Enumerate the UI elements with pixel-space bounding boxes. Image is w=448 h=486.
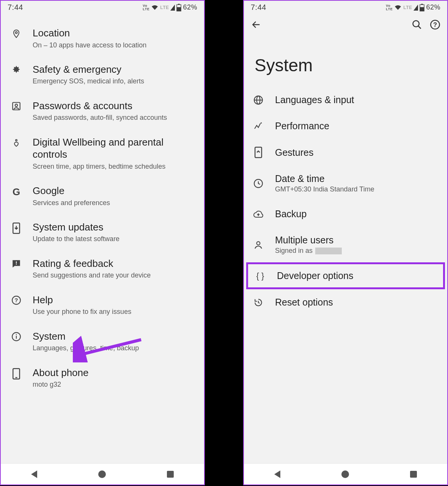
- item-title: Help: [33, 294, 196, 306]
- item-title: About phone: [33, 367, 196, 379]
- clock-icon: [253, 179, 263, 188]
- wifi-icon: [394, 5, 402, 11]
- settings-item-system[interactable]: SystemLanguages, gestures, time, backup: [1, 323, 204, 360]
- item-subtitle: Emergency SOS, medical info, alerts: [33, 77, 196, 86]
- svg-point-3: [16, 32, 17, 34]
- help-icon[interactable]: ?: [430, 19, 440, 30]
- lte-label: LTE: [403, 5, 412, 10]
- item-title: Developer options: [277, 270, 354, 281]
- status-time: 7:44: [251, 3, 266, 12]
- system-item-gestures[interactable]: Gestures: [244, 139, 447, 166]
- settings-item-safety[interactable]: Safety & emergencyEmergency SOS, medical…: [1, 56, 204, 93]
- signal-icon: [170, 5, 175, 11]
- nav-home-button[interactable]: [98, 470, 106, 478]
- svg-point-31: [257, 241, 260, 245]
- cloud-icon: [253, 210, 264, 218]
- item-title: Gestures: [275, 147, 313, 158]
- system-item-performance[interactable]: Performance: [244, 113, 447, 139]
- system-item-languages[interactable]: Languages & input: [244, 87, 447, 113]
- item-title: System: [33, 330, 196, 343]
- lte-label: LTE: [160, 5, 169, 10]
- phone-icon: [13, 368, 20, 379]
- system-item-datetime[interactable]: Date & timeGMT+05:30 India Standard Time: [244, 166, 447, 201]
- svg-rect-8: [16, 261, 17, 263]
- item-title: Date & time: [275, 173, 374, 184]
- battery-percent: 62%: [426, 3, 440, 11]
- svg-text:?: ?: [14, 297, 18, 303]
- user-icon: [253, 240, 263, 250]
- volte-icon: VoLTE: [143, 4, 149, 11]
- svg-rect-20: [420, 7, 424, 11]
- item-subtitle: Languages, gestures, time, backup: [33, 344, 196, 353]
- svg-point-5: [15, 104, 18, 107]
- item-subtitle: GMT+05:30 India Standard Time: [275, 185, 374, 193]
- nav-back-button[interactable]: [31, 470, 37, 478]
- item-title: Reset options: [275, 297, 333, 308]
- back-icon[interactable]: [251, 19, 261, 30]
- gestures-icon: [254, 147, 263, 158]
- settings-item-about[interactable]: About phonemoto g32: [1, 360, 204, 396]
- info-icon: [11, 332, 21, 342]
- item-title: Performance: [275, 121, 329, 132]
- svg-rect-9: [16, 264, 17, 265]
- settings-item-location[interactable]: LocationOn – 10 apps have access to loca…: [1, 20, 204, 56]
- status-bar: 7:44 VoLTE LTE 62%: [244, 1, 447, 13]
- nav-recents-button[interactable]: [167, 471, 174, 478]
- battery-icon: [420, 4, 424, 11]
- settings-item-updates[interactable]: System updatesUpdate to the latest softw…: [1, 214, 204, 251]
- item-subtitle: Saved passwords, auto-fill, synced accou…: [33, 113, 196, 122]
- screenshot-divider: [205, 0, 243, 486]
- system-settings-list[interactable]: Languages & input Performance Gestures D…: [244, 87, 447, 463]
- status-icons: VoLTE LTE 62%: [143, 3, 197, 11]
- settings-item-help[interactable]: ? HelpUse your phone to fix any issues: [1, 287, 204, 323]
- settings-item-passwords[interactable]: Passwords & accountsSaved passwords, aut…: [1, 93, 204, 129]
- svg-rect-29: [255, 147, 262, 158]
- phone-screenshot-settings: 7:44 VoLTE LTE 62% LocationOn – 10 apps …: [0, 0, 205, 485]
- item-title: Digital Wellbeing and parental controls: [33, 136, 196, 161]
- item-title: Google: [33, 185, 196, 197]
- battery-icon: [176, 4, 181, 11]
- devopts-icon: { }: [256, 271, 264, 281]
- help-icon: ?: [11, 295, 21, 305]
- item-subtitle: Use your phone to fix any issues: [33, 307, 196, 316]
- navigation-bar: [244, 463, 447, 484]
- safety-icon: [11, 65, 21, 75]
- svg-rect-14: [16, 334, 17, 335]
- battery-percent: 62%: [183, 3, 197, 11]
- nav-recents-button[interactable]: [410, 471, 417, 478]
- item-title: Languages & input: [275, 94, 354, 105]
- svg-point-21: [413, 21, 419, 27]
- status-time: 7:44: [8, 3, 23, 12]
- system-item-reset[interactable]: Reset options: [244, 289, 447, 315]
- item-title: Passwords & accounts: [33, 100, 196, 112]
- item-title: Location: [33, 27, 196, 39]
- svg-line-22: [418, 26, 421, 29]
- update-icon: [12, 223, 20, 234]
- nav-home-button[interactable]: [341, 470, 349, 478]
- item-subtitle: Screen time, app timers, bedtime schedul…: [33, 162, 196, 171]
- item-title: Safety & emergency: [33, 63, 196, 76]
- appbar: ?: [244, 13, 447, 36]
- settings-item-google[interactable]: G GoogleServices and preferences: [1, 178, 204, 214]
- system-item-developer-options[interactable]: { } Developer options: [246, 262, 445, 289]
- system-item-users[interactable]: Multiple usersSigned in as: [244, 227, 447, 262]
- page-title: System: [244, 36, 447, 87]
- item-title: Rating & feedback: [33, 257, 196, 270]
- item-title: System updates: [33, 221, 196, 234]
- settings-list[interactable]: LocationOn – 10 apps have access to loca…: [1, 13, 204, 463]
- settings-item-wellbeing[interactable]: Digital Wellbeing and parental controlsS…: [1, 129, 204, 178]
- svg-text:?: ?: [433, 21, 437, 28]
- search-icon[interactable]: [412, 19, 422, 30]
- svg-rect-2: [177, 7, 181, 11]
- account-icon: [11, 101, 21, 111]
- item-title: Multiple users: [275, 235, 342, 246]
- wifi-icon: [151, 5, 159, 11]
- wellbeing-icon: [12, 138, 21, 148]
- svg-point-28: [261, 122, 262, 123]
- google-icon: G: [13, 186, 20, 198]
- item-subtitle: On – 10 apps have access to location: [33, 41, 196, 50]
- signal-icon: [413, 5, 418, 11]
- system-item-backup[interactable]: Backup: [244, 201, 447, 227]
- settings-item-rating[interactable]: Rating & feedbackSend suggestions and ra…: [1, 251, 204, 287]
- nav-back-button[interactable]: [274, 470, 280, 478]
